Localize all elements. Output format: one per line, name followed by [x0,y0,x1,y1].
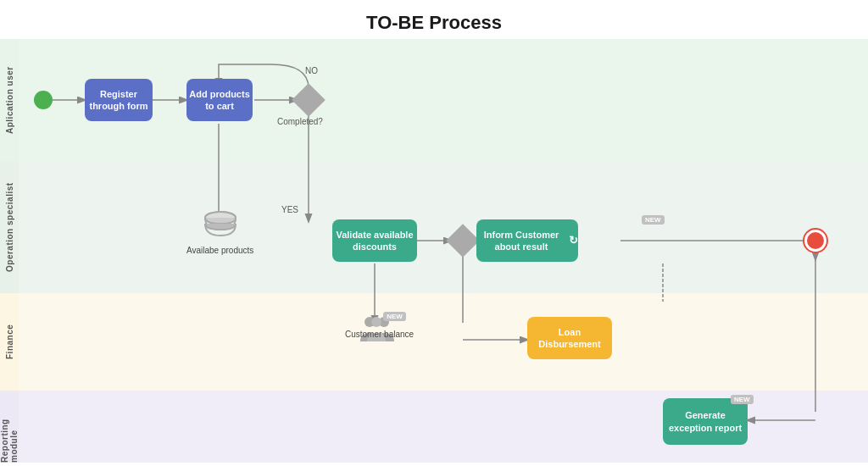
lane-label-fin: Finance [0,293,19,391]
available-products-area: Availabe products [186,210,253,255]
lane-label-rep: Reporting module [0,391,19,463]
yes-label: YES [281,205,298,214]
loan-node[interactable]: Loan Disbursement [527,317,612,359]
lane-ops [19,162,868,293]
completed-label: Completed? [277,117,323,126]
lane-fin [19,293,868,391]
lane-label-app: Aplication user [0,39,19,162]
svg-point-19 [371,317,381,327]
no-label: NO [305,66,318,75]
new-badge-generate: NEW [731,395,754,404]
generate-node[interactable]: Generate exception report [663,398,748,445]
new-badge-customer: NEW [383,312,406,321]
inform-node[interactable]: Inform Customer about result ↻ [476,219,578,262]
add-products-node[interactable]: Add products to cart [186,79,253,121]
validate-node[interactable]: Validate available discounts [332,219,417,262]
lane-label-ops: Operation specialist [0,162,19,293]
database-icon [202,210,239,242]
loop-icon: ↻ [569,234,578,248]
register-node[interactable]: Register through form [85,79,153,121]
start-circle [34,91,53,109]
end-circle [804,230,826,252]
page-title: TO-BE Process [0,0,868,39]
new-badge-inform: NEW [642,215,665,225]
customer-balance-area: NEW Customer balance [345,314,414,339]
customer-balance-label: Customer balance [345,330,414,339]
available-products-label: Availabe products [186,246,253,255]
